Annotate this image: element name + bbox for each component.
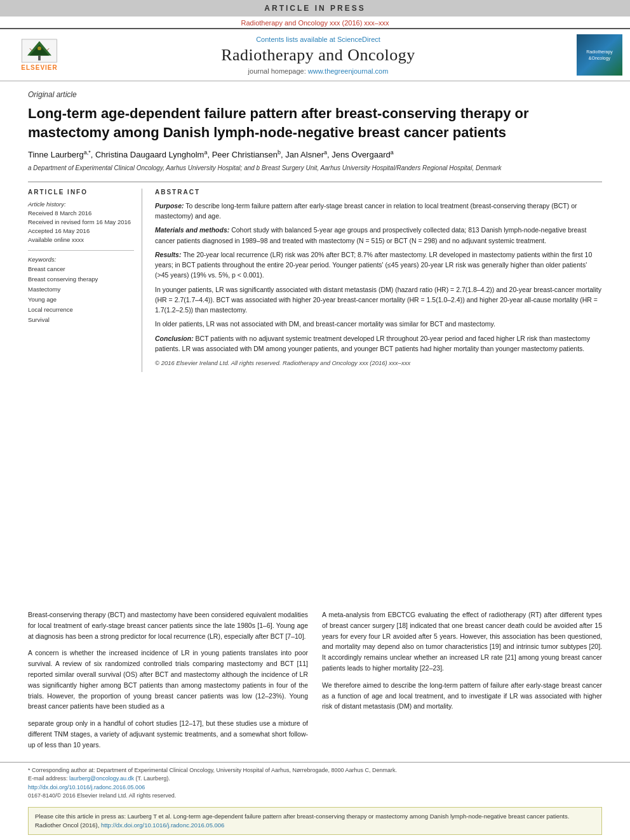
journal-link-bar: Radiotherapy and Oncology xxx (2016) xxx…	[0, 17, 630, 28]
citation-doi-link[interactable]: http://dx.doi.org/10.1016/j.radonc.2016.…	[101, 822, 224, 829]
sciencedirect-prefix: Contents lists available at	[256, 36, 337, 43]
svg-point-5	[37, 46, 41, 50]
keyword5: Local recurrence	[28, 305, 134, 315]
author4: , Jan Alsner	[281, 150, 324, 160]
authors-line: Tinne Laurberga,*, Christina Daugaard Ly…	[28, 149, 602, 159]
rt-logo-text: Radiotherapy&Oncology	[586, 49, 613, 60]
conclusion-label: Conclusion:	[155, 335, 194, 342]
footnotes-area: * Corresponding author at: Department of…	[0, 762, 630, 801]
main-content: Original article Long-term age-dependent…	[0, 81, 630, 598]
author3: , Peer Christiansen	[207, 150, 278, 160]
abstract-purpose: Purpose: To describe long-term failure p…	[155, 201, 602, 222]
rt-oncology-logo: Radiotherapy&Oncology	[577, 34, 622, 76]
homepage-prefix: journal homepage:	[248, 67, 308, 75]
affiliation2: b Breast Surgery Unit, Aarhus University…	[257, 164, 502, 171]
affiliation1: a Department of Experimental Clinical On…	[28, 164, 255, 171]
corresponding-text: * Corresponding author at: Department of…	[28, 767, 397, 773]
body-para4: A meta-analysis from EBCTCG evaluating t…	[322, 610, 602, 674]
abstract-results2: In younger patients, LR was significantl…	[155, 284, 602, 316]
affiliations: a Department of Experimental Clinical On…	[28, 164, 602, 173]
body-section: Breast-conserving therapy (BCT) and mast…	[0, 610, 630, 757]
doi-footnote: http://dx.doi.org/10.1016/j.radonc.2016.…	[28, 783, 602, 792]
email-suffix: (T. Laurberg).	[136, 775, 170, 782]
divider1	[28, 250, 134, 251]
homepage-url[interactable]: www.thegreenjournal.com	[308, 67, 389, 75]
abstract-methods: Materials and methods: Cohort study with…	[155, 225, 602, 246]
aip-banner: ARTICLE IN PRESS	[0, 0, 630, 17]
keywords-group: Keywords: Breast cancer Breast conservin…	[28, 256, 134, 326]
body-para3: separate group only in a handful of coho…	[28, 718, 308, 750]
abstract-text: Purpose: To describe long-term failure p…	[155, 201, 602, 368]
article-history-group: Article history: Received 8 March 2016 R…	[28, 201, 134, 245]
keyword6: Survival	[28, 315, 134, 325]
abstract-conclusion: Conclusion: BCT patients with no adjuvan…	[155, 333, 602, 354]
sciencedirect-label[interactable]: ScienceDirect	[337, 36, 380, 43]
purpose-label: Purpose:	[155, 202, 184, 210]
email-label: E-mail address:	[28, 775, 68, 782]
abstract-results3: In older patients, LR was not associated…	[155, 319, 602, 329]
keywords-list: Breast cancer Breast conserving therapy …	[28, 264, 134, 326]
article-info-header: ARTICLE INFO	[28, 189, 134, 196]
body-para1: Breast-conserving therapy (BCT) and mast…	[28, 610, 308, 641]
abstract-results1: Results: The 20-year local recurrence (L…	[155, 250, 602, 281]
body-col-right: A meta-analysis from EBCTCG evaluating t…	[322, 610, 602, 757]
citation-bar: Please cite this article in press as: La…	[28, 807, 602, 836]
journal-logo-right: Radiotherapy&Oncology	[565, 34, 622, 76]
results-label: Results:	[155, 251, 181, 258]
methods-label: Materials and methods:	[155, 226, 229, 234]
journal-header: ELSEVIER Contents lists available at Sci…	[0, 28, 630, 81]
page: ARTICLE IN PRESS Radiotherapy and Oncolo…	[0, 0, 630, 840]
keyword4: Young age	[28, 295, 134, 305]
accepted-date: Accepted 16 May 2016	[28, 227, 134, 236]
body-para2: A concern is whether the increased incid…	[28, 648, 308, 712]
keyword3: Mastectomy	[28, 284, 134, 295]
body-para5: We therefore aimed to describe the long-…	[322, 680, 602, 712]
author5-sup: a	[391, 149, 394, 156]
elsevier-logo: ELSEVIER	[14, 37, 65, 72]
doi-link[interactable]: http://dx.doi.org/10.1016/j.radonc.2016.…	[28, 784, 145, 790]
issn-footnote: 0167-8140/© 2016 Elsevier Ireland Ltd. A…	[28, 792, 602, 801]
elsevier-logo-container: ELSEVIER	[8, 37, 71, 72]
email-footnote: E-mail address: laurberg@oncology.au.dk …	[28, 775, 602, 783]
article-info-column: ARTICLE INFO Article history: Received 8…	[28, 189, 142, 372]
author1: Tinne Laurberg	[28, 150, 84, 160]
results-text: The 20-year local recurrence (LR) risk w…	[155, 251, 592, 279]
elsevier-tree-icon	[20, 39, 58, 63]
elsevier-wordmark: ELSEVIER	[21, 64, 57, 71]
abstract-column: ABSTRACT Purpose: To describe long-term …	[155, 189, 602, 372]
sciencedirect-link: Contents lists available at ScienceDirec…	[71, 36, 565, 43]
journal-title: Radiotherapy and Oncology	[71, 46, 565, 65]
article-type: Original article	[28, 90, 602, 99]
keyword1: Breast cancer	[28, 264, 134, 274]
abstract-header: ABSTRACT	[155, 189, 602, 196]
history-label: Article history:	[28, 201, 134, 208]
journal-link-text[interactable]: Radiotherapy and Oncology xxx (2016) xxx…	[241, 19, 389, 27]
author5: , Jens Overgaard	[327, 150, 391, 160]
article-info-abstract-section: ARTICLE INFO Article history: Received 8…	[28, 182, 602, 372]
journal-center: Contents lists available at ScienceDirec…	[71, 36, 565, 75]
keywords-label: Keywords:	[28, 256, 134, 263]
article-title: Long-term age-dependent failure pattern …	[28, 104, 602, 142]
abstract-copyright: © 2016 Elsevier Ireland Ltd. All rights …	[155, 359, 602, 368]
keyword2: Breast conserving therapy	[28, 274, 134, 284]
journal-homepage: journal homepage: www.thegreenjournal.co…	[71, 67, 565, 75]
purpose-text: To describe long-term failure pattern af…	[155, 202, 577, 220]
corresponding-footnote: * Corresponding author at: Department of…	[28, 766, 602, 775]
svg-rect-2	[38, 56, 41, 61]
author1-sup: a,*	[84, 149, 91, 156]
available-online: Available online xxxx	[28, 236, 134, 244]
email-address[interactable]: laurberg@oncology.au.dk	[69, 775, 134, 782]
body-col-left: Breast-conserving therapy (BCT) and mast…	[28, 610, 308, 757]
author2: , Christina Daugaard Lyngholm	[91, 150, 204, 160]
conclusion-text: BCT patients with no adjuvant systemic t…	[155, 335, 590, 352]
revised-date: Received in revised form 16 May 2016	[28, 218, 134, 227]
aip-text: ARTICLE IN PRESS	[264, 4, 365, 13]
received-date: Received 8 March 2016	[28, 209, 134, 218]
